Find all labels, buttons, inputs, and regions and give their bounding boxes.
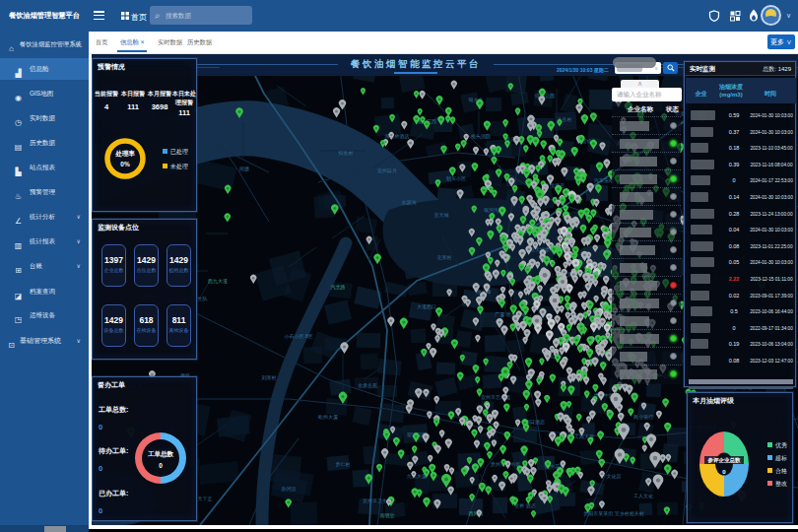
svg-text:格头消防: 格头消防 <box>470 133 491 140</box>
svg-text:鲜鱼村: 鲜鱼村 <box>339 150 354 157</box>
svg-text:宜天城: 宜天城 <box>434 212 449 218</box>
svg-text:汽北路: 汽北路 <box>331 284 346 291</box>
svg-text:金桥 酒店: 金桥 酒店 <box>514 502 535 509</box>
svg-text:南明堂: 南明堂 <box>380 512 395 518</box>
svg-text:宜州日月: 宜州日月 <box>377 167 397 174</box>
svg-text:贵仁村: 贵仁村 <box>336 461 351 468</box>
svg-text:小石小区 8区: 小石小区 8区 <box>284 333 312 340</box>
svg-text:朝实小区: 朝实小区 <box>446 175 466 181</box>
svg-text:天下走: 天下走 <box>198 496 213 502</box>
svg-text:孙河沿: 孙河沿 <box>282 486 297 493</box>
svg-text:大道西口: 大道西口 <box>417 303 436 310</box>
svg-text:工单总数: 工单总数 <box>148 450 174 458</box>
svg-text:商业银行: 商业银行 <box>633 414 653 421</box>
svg-text:工人文化: 工人文化 <box>633 493 653 499</box>
svg-text:金承名苑: 金承名苑 <box>358 382 377 389</box>
svg-text:参评企业总数: 参评企业总数 <box>707 457 742 464</box>
svg-text:文化宫: 文化宫 <box>607 473 622 480</box>
svg-text:0: 0 <box>159 462 163 469</box>
svg-text:海泉桥酒店: 海泉桥酒店 <box>385 133 410 140</box>
svg-text:水波沟: 水波沟 <box>402 199 417 206</box>
svg-text:久凡大厦: 久凡大厦 <box>407 473 427 480</box>
svg-text:处理率: 处理率 <box>114 150 135 158</box>
svg-text:0%: 0% <box>120 161 130 167</box>
svg-text:刘家村: 刘家村 <box>262 374 277 381</box>
svg-text:毛家村: 毛家村 <box>437 254 452 261</box>
svg-text:欧州大厦: 欧州大厦 <box>318 414 338 421</box>
svg-text:西九大道: 西九大道 <box>208 278 228 285</box>
svg-text:贵阳市某某街 宝乡村相关村: 贵阳市某某街 宝乡村相关村 <box>583 510 643 517</box>
svg-text:闲塘: 闲塘 <box>239 166 249 172</box>
